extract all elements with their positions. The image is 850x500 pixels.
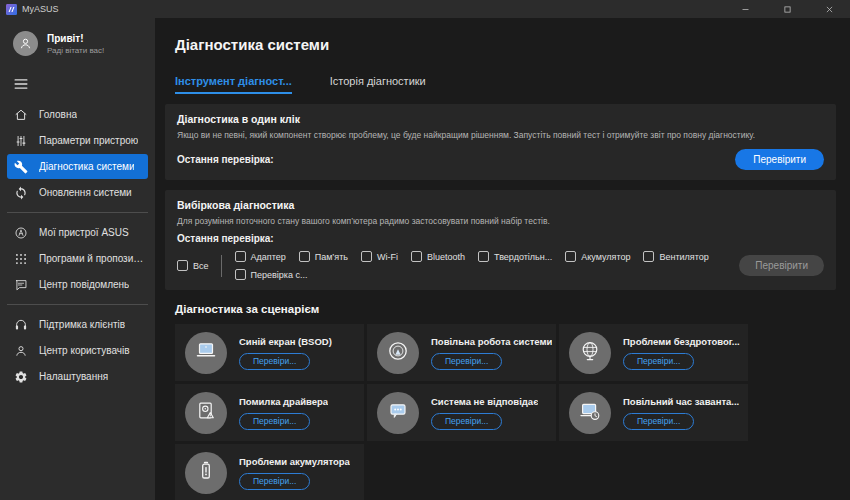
chat-dots-icon	[386, 399, 410, 427]
scenario-card[interactable]: Система не відповідаєПеревіри...	[367, 384, 556, 441]
nav-main: ГоловнаПараметри пристроюДіагностика сис…	[0, 102, 155, 205]
scenario-card-title: Повільний час заванта...	[623, 396, 739, 407]
sidebar-item[interactable]: Діагностика системи	[7, 154, 148, 179]
scenario-card-title: Система не відповідає	[431, 396, 538, 407]
checkbox-icon[interactable]	[177, 260, 188, 271]
diagnostic-checkbox[interactable]: Перевірка с...	[235, 269, 308, 280]
sidebar: Привіт! Раді вітати вас! ГоловнаПараметр…	[0, 18, 155, 500]
last-check-label: Остання перевірка:	[177, 233, 274, 244]
sidebar-item[interactable]: Оновлення системи	[7, 180, 148, 205]
one-click-diagnostics-card: Діагностика в один клік Якщо ви не певні…	[165, 104, 836, 180]
scenario-card[interactable]: Помилка драйвераПеревіри...	[175, 384, 364, 441]
scenario-icon-circle	[569, 332, 611, 374]
scenario-card-title: Проблеми бездротовог...	[623, 336, 740, 347]
sidebar-item[interactable]: Центр повідомлень	[7, 272, 148, 297]
scenario-card[interactable]: Повільна робота системиПеревіри...	[367, 324, 556, 381]
diagnostic-checkbox[interactable]: Твердотільн...	[478, 251, 552, 262]
sidebar-item-label: Підтримка клієнтів	[39, 319, 125, 330]
sidebar-item[interactable]: Підтримка клієнтів	[7, 312, 148, 337]
sidebar-item-label: Мої пристрої ASUS	[39, 227, 129, 238]
tab[interactable]: Історія діагностики	[330, 75, 426, 94]
scenario-check-button[interactable]: Перевіри...	[623, 353, 694, 370]
update-icon	[14, 186, 28, 200]
sidebar-item[interactable]: Центр користувачів	[7, 338, 148, 363]
gear-icon	[14, 370, 28, 384]
laptop-screen-icon	[194, 339, 218, 367]
scenario-card[interactable]: Проблеми акумулятораПеревіри...	[175, 444, 364, 500]
hamburger-icon[interactable]	[0, 66, 155, 98]
speedometer-icon	[386, 339, 410, 367]
checkbox-icon[interactable]	[361, 251, 372, 262]
asus-device-icon	[14, 226, 28, 240]
titlebar: MyASUS	[0, 0, 850, 18]
myasus-logo-icon	[6, 4, 17, 15]
checkbox-area: Все АдаптерПам’ятьWi-FiBluetoothТвердоті…	[177, 251, 824, 280]
page-title: Діагностика системи	[165, 36, 836, 53]
person-icon	[14, 344, 28, 358]
scenario-grid: Синій екран (BSOD)Перевіри...Повільна ро…	[175, 324, 836, 500]
sidebar-item[interactable]: Мої пристрої ASUS	[7, 220, 148, 245]
checkbox-label: Wi-Fi	[377, 252, 398, 262]
checkbox-all[interactable]: Все	[177, 260, 209, 271]
diagnostic-checkbox[interactable]: Bluetooth	[411, 251, 465, 262]
one-click-description: Якщо ви не певні, який компонент створює…	[177, 130, 824, 140]
checkbox-label: Акумулятор	[581, 252, 630, 262]
main-content: Діагностика системи Інструмент діагност.…	[155, 18, 850, 500]
diagnostic-checkbox[interactable]: Вентилятор	[643, 251, 708, 262]
tab[interactable]: Інструмент діагност...	[175, 75, 292, 94]
scenario-check-button[interactable]: Перевіри...	[623, 413, 694, 430]
home-icon	[14, 108, 28, 122]
sidebar-item-label: Головна	[39, 109, 77, 120]
sidebar-item-label: Програми й пропозиції від...	[39, 253, 148, 264]
checkbox-icon[interactable]	[235, 251, 246, 262]
scenario-card-title: Помилка драйвера	[239, 396, 328, 407]
selective-title: Вибіркова діагностика	[177, 199, 824, 211]
checkbox-icon[interactable]	[411, 251, 422, 262]
checkbox-icon[interactable]	[478, 251, 489, 262]
sidebar-item[interactable]: Програми й пропозиції від...	[7, 246, 148, 271]
scenario-check-button[interactable]: Перевіри...	[431, 413, 502, 430]
checkbox-label: Вентилятор	[659, 252, 708, 262]
sidebar-item-label: Центр користувачів	[39, 345, 130, 356]
greeting-subtitle: Раді вітати вас!	[47, 46, 104, 55]
sidebar-item[interactable]: Головна	[7, 102, 148, 127]
checkbox-label: Адаптер	[251, 252, 286, 262]
scenario-icon-circle	[185, 452, 227, 494]
diagnostic-checkbox[interactable]: Адаптер	[235, 251, 286, 262]
selective-check-button[interactable]: Перевірити	[739, 255, 824, 276]
selective-description: Для розуміння поточного стану вашого ком…	[177, 216, 824, 226]
checkbox-label: Перевірка с...	[251, 270, 308, 280]
checkbox-icon[interactable]	[235, 269, 246, 280]
checkbox-grid: АдаптерПам’ятьWi-FiBluetoothТвердотільн.…	[235, 251, 709, 280]
maximize-button[interactable]	[766, 0, 808, 18]
diagnostic-checkbox[interactable]: Пам’ять	[299, 251, 348, 262]
greeting-title: Привіт!	[47, 33, 104, 44]
diagnostic-checkbox[interactable]: Wi-Fi	[361, 251, 398, 262]
scenario-card[interactable]: Проблеми бездротовог...Перевіри...	[559, 324, 748, 381]
nav-secondary: Мої пристрої ASUSПрограми й пропозиції в…	[0, 220, 155, 297]
diagnostic-checkbox[interactable]: Акумулятор	[565, 251, 630, 262]
sidebar-item[interactable]: Налаштування	[7, 364, 148, 389]
scenario-icon-circle	[185, 392, 227, 434]
scenario-card[interactable]: Повільний час заванта...Перевіри...	[559, 384, 748, 441]
scenario-check-button[interactable]: Перевіри...	[431, 353, 502, 370]
checkbox-icon[interactable]	[299, 251, 310, 262]
scenario-icon-circle	[185, 332, 227, 374]
checkbox-icon[interactable]	[565, 251, 576, 262]
avatar[interactable]	[13, 31, 38, 56]
scenario-check-button[interactable]: Перевіри...	[239, 353, 310, 370]
message-icon	[14, 278, 28, 292]
minimize-button[interactable]	[724, 0, 766, 18]
checkbox-icon[interactable]	[643, 251, 654, 262]
close-button[interactable]	[808, 0, 850, 18]
scenario-icon-circle	[377, 392, 419, 434]
sidebar-item-label: Параметри пристрою	[39, 135, 138, 146]
sidebar-item-label: Діагностика системи	[39, 161, 134, 172]
sidebar-item[interactable]: Параметри пристрою	[7, 128, 148, 153]
scenario-check-button[interactable]: Перевіри...	[239, 473, 310, 490]
globe-icon	[578, 339, 602, 367]
scenario-card[interactable]: Синій екран (BSOD)Перевіри...	[175, 324, 364, 381]
scenario-check-button[interactable]: Перевіри...	[239, 413, 310, 430]
one-click-check-button[interactable]: Перевірити	[735, 149, 824, 170]
sidebar-divider	[7, 212, 148, 213]
